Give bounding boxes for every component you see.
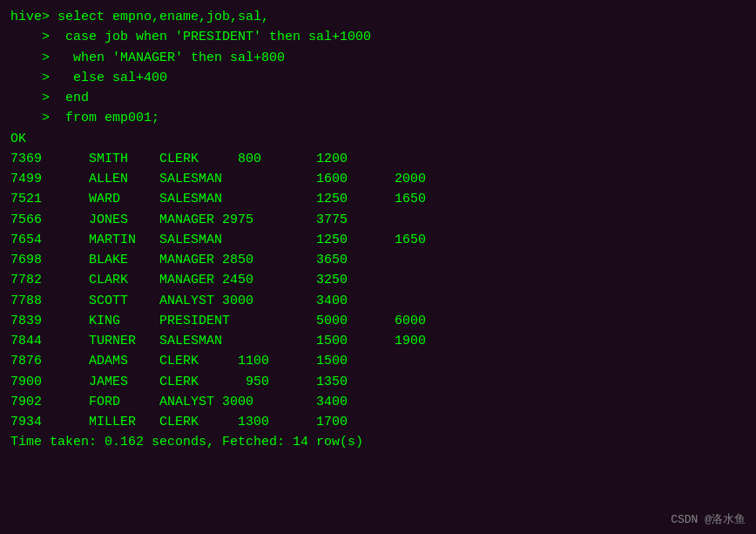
terminal-line: 7369 SMITH CLERK 800 1200 [10, 149, 746, 169]
terminal-line: 7654 MARTIN SALESMAN 1250 1650 [10, 230, 746, 250]
terminal-line: > else sal+400 [10, 68, 746, 88]
terminal-line: > from emp001; [10, 108, 746, 128]
terminal-line: hive> select empno,ename,job,sal, [10, 7, 746, 27]
terminal-line: 7900 JAMES CLERK 950 1350 [10, 372, 746, 392]
terminal-line: OK [10, 129, 746, 149]
terminal-line: 7788 SCOTT ANALYST 3000 3400 [10, 291, 746, 311]
terminal-line: 7499 ALLEN SALESMAN 1600 2000 [10, 169, 746, 189]
terminal-line: 7839 KING PRESIDENT 5000 6000 [10, 311, 746, 331]
terminal-line: 7698 BLAKE MANAGER 2850 3650 [10, 250, 746, 270]
terminal-line: 7844 TURNER SALESMAN 1500 1900 [10, 331, 746, 351]
terminal-line: > end [10, 88, 746, 108]
terminal-line: > when 'MANAGER' then sal+800 [10, 48, 746, 68]
terminal-line: 7934 MILLER CLERK 1300 1700 [10, 412, 746, 432]
watermark: CSDN @洛水鱼 [671, 511, 746, 527]
terminal-line: Time taken: 0.162 seconds, Fetched: 14 r… [10, 432, 746, 452]
terminal-line: 7782 CLARK MANAGER 2450 3250 [10, 270, 746, 290]
terminal: hive> select empno,ename,job,sal, > case… [10, 7, 746, 527]
terminal-line: 7521 WARD SALESMAN 1250 1650 [10, 189, 746, 209]
terminal-line: 7566 JONES MANAGER 2975 3775 [10, 210, 746, 230]
terminal-line: 7876 ADAMS CLERK 1100 1500 [10, 351, 746, 371]
terminal-line: 7902 FORD ANALYST 3000 3400 [10, 392, 746, 412]
terminal-line: > case job when 'PRESIDENT' then sal+100… [10, 27, 746, 47]
